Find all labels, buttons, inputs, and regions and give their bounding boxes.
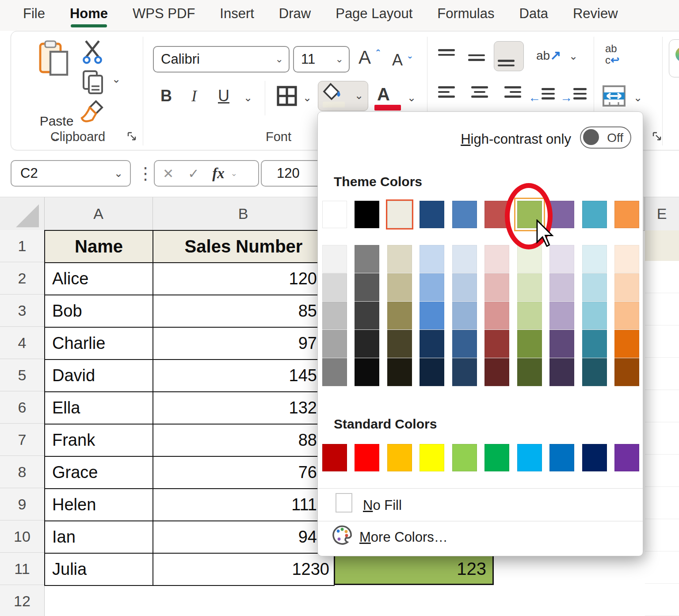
theme-color-swatch[interactable] — [322, 201, 347, 228]
tint-swatch[interactable] — [517, 330, 542, 358]
tint-swatch[interactable] — [452, 302, 477, 330]
row-header-1[interactable]: 1 — [0, 230, 44, 262]
menu-tab-wps-pdf[interactable]: WPS PDF — [133, 6, 195, 22]
merge-center-icon[interactable] — [602, 84, 626, 108]
tint-swatch[interactable] — [452, 245, 477, 273]
shrink-font-button[interactable]: Aˇ — [392, 51, 403, 69]
cell-b6[interactable]: 132 — [153, 392, 335, 425]
orientation-dropdown-chevron[interactable]: ⌄ — [569, 51, 578, 61]
tint-swatch[interactable] — [387, 330, 412, 358]
tint-swatch[interactable] — [387, 302, 412, 330]
menu-tab-page-layout[interactable]: Page Layout — [336, 6, 412, 22]
tint-swatch[interactable] — [420, 330, 444, 358]
row-header-8[interactable]: 8 — [0, 456, 44, 488]
align-center-icon[interactable] — [468, 84, 491, 107]
font-name-select[interactable]: Calibri ⌄ — [153, 46, 290, 73]
tint-swatch[interactable] — [549, 302, 574, 330]
font-size-select[interactable]: 11 ⌄ — [293, 46, 350, 73]
tint-swatch[interactable] — [420, 273, 444, 302]
tint-swatch[interactable] — [517, 273, 542, 302]
cell-b9[interactable]: 111 — [153, 489, 335, 521]
more-colors-button[interactable]: More Colors… — [359, 529, 448, 545]
font-color-button[interactable]: A — [377, 85, 390, 103]
row-header-12[interactable]: 12 — [0, 585, 44, 616]
standard-color-swatch[interactable] — [355, 444, 379, 471]
tint-swatch[interactable] — [322, 358, 347, 386]
format-painter-icon[interactable] — [80, 99, 105, 123]
theme-color-swatch[interactable] — [614, 201, 639, 228]
fill-color-button[interactable]: ⌄ — [318, 81, 368, 111]
paste-button[interactable]: Paste — [32, 114, 81, 129]
tint-swatch[interactable] — [549, 273, 574, 302]
menu-tab-home[interactable]: Home — [70, 6, 108, 22]
tint-swatch[interactable] — [387, 273, 412, 302]
column-header-b[interactable]: B — [153, 197, 334, 230]
tint-swatch[interactable] — [355, 330, 379, 358]
menu-tab-draw[interactable]: Draw — [279, 6, 311, 22]
tint-swatch[interactable] — [517, 358, 542, 386]
tint-swatch[interactable] — [322, 330, 347, 358]
borders-icon[interactable] — [275, 84, 298, 107]
tint-swatch[interactable] — [355, 358, 379, 386]
tint-swatch[interactable] — [582, 358, 607, 386]
align-bottom-active-box[interactable] — [494, 41, 524, 71]
tint-swatch[interactable] — [484, 358, 509, 386]
cell-e1[interactable] — [645, 230, 679, 261]
tint-swatch[interactable] — [484, 273, 509, 302]
tint-swatch[interactable] — [582, 330, 607, 358]
cell-b1[interactable]: Sales Number — [153, 231, 335, 263]
cell-b7[interactable]: 88 — [153, 425, 335, 457]
cell-a3[interactable]: Bob — [45, 295, 153, 328]
tint-swatch[interactable] — [582, 245, 607, 273]
tint-swatch[interactable] — [420, 245, 444, 273]
orientation-icon[interactable]: ab↗ — [536, 47, 561, 63]
tint-swatch[interactable] — [517, 302, 542, 330]
borders-dropdown-chevron[interactable]: ⌄ — [303, 92, 312, 103]
underline-button[interactable]: U — [218, 87, 229, 105]
font-color-dropdown-chevron[interactable]: ⌄ — [407, 92, 416, 103]
row-header-4[interactable]: 4 — [0, 327, 44, 359]
cell-b3[interactable]: 85 — [153, 295, 335, 328]
standard-color-swatch[interactable] — [614, 444, 639, 471]
fill-color-dropdown-chevron[interactable]: ⌄ — [355, 90, 363, 101]
standard-color-swatch[interactable] — [452, 444, 477, 471]
tint-swatch[interactable] — [614, 273, 639, 302]
tint-swatch[interactable] — [355, 273, 379, 302]
tint-swatch[interactable] — [614, 330, 639, 358]
theme-color-swatch[interactable] — [355, 201, 379, 228]
tint-swatch[interactable] — [452, 330, 477, 358]
cancel-icon[interactable]: ✕ — [155, 166, 174, 181]
bold-button[interactable]: B — [160, 87, 172, 105]
standard-color-swatch[interactable] — [582, 444, 607, 471]
menu-tab-file[interactable]: File — [23, 6, 45, 22]
clipboard-dialog-launcher-icon[interactable] — [127, 131, 137, 142]
tint-swatch[interactable] — [614, 245, 639, 273]
theme-color-swatch[interactable] — [387, 201, 412, 228]
row-header-5[interactable]: 5 — [0, 359, 44, 391]
standard-color-swatch[interactable] — [420, 444, 444, 471]
cut-icon[interactable] — [81, 39, 104, 64]
grow-font-button[interactable]: Aˆ — [359, 48, 371, 67]
align-left-icon[interactable] — [438, 84, 461, 107]
tint-swatch[interactable] — [420, 358, 444, 386]
drag-handle-icon[interactable]: ⋮ — [137, 164, 154, 183]
tint-swatch[interactable] — [322, 245, 347, 273]
increase-indent-icon[interactable]: → — [561, 84, 587, 107]
theme-color-swatch[interactable] — [452, 201, 477, 228]
tint-swatch[interactable] — [614, 358, 639, 386]
alignment-dialog-launcher-icon[interactable] — [652, 131, 663, 142]
standard-color-swatch[interactable] — [387, 444, 412, 471]
no-fill-button[interactable]: No Fill — [363, 497, 402, 513]
row-header-11[interactable]: 11 — [0, 553, 44, 585]
cell-a7[interactable]: Frank — [45, 425, 153, 457]
theme-color-swatch[interactable] — [420, 201, 444, 228]
tint-swatch[interactable] — [614, 302, 639, 330]
cell-a9[interactable]: Helen — [45, 489, 153, 521]
tint-swatch[interactable] — [484, 302, 509, 330]
cell-b4[interactable]: 97 — [153, 328, 335, 360]
cell-b2[interactable]: 120 — [153, 263, 335, 295]
cell-a6[interactable]: Ella — [45, 392, 153, 425]
cell-a1[interactable]: Name — [45, 231, 153, 263]
menu-tab-formulas[interactable]: Formulas — [437, 6, 494, 22]
standard-color-swatch[interactable] — [322, 444, 347, 471]
